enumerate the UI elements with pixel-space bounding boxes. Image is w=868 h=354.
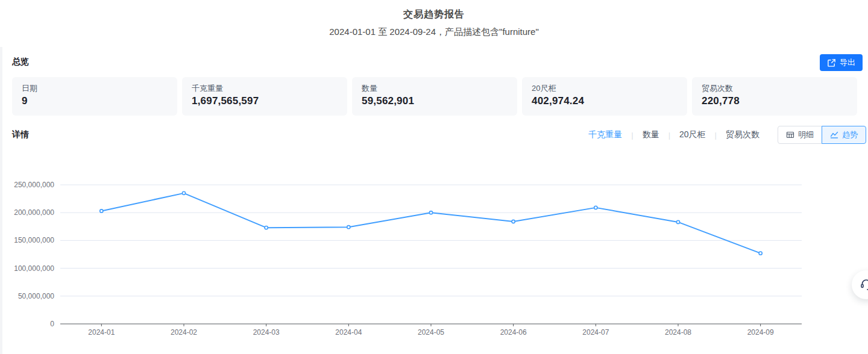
stat-card-kg-weight: 千克重量 1,697,565,597 [182,77,347,116]
metric-tab-20ft-container[interactable]: 20尺柜 [678,129,707,140]
stat-card-20ft-container: 20尺柜 402,974.24 [522,77,687,116]
data-point-marker[interactable] [429,211,432,214]
data-point-marker[interactable] [347,226,350,229]
y-axis-tick-label: 50,000,000 [18,292,54,300]
metric-tab-trade-count[interactable]: 贸易次数 [725,129,761,140]
stat-card-label: 贸易次数 [702,83,848,93]
details-header-row: 详情 千克重量 | 数量 | 20尺柜 | 贸易次数 明细 [12,125,866,144]
trend-view-label: 趋势 [842,129,858,140]
export-button[interactable]: 导出 [820,54,863,71]
stat-card-label: 千克重量 [192,83,338,93]
data-point-marker[interactable] [594,206,597,209]
table-grid-icon [786,131,794,139]
x-axis-tick-label: 2024-03 [253,328,280,337]
detail-view-label: 明细 [798,129,814,140]
data-point-marker[interactable] [265,226,268,229]
export-icon [827,58,836,67]
x-axis-tick-label: 2024-08 [665,328,691,337]
y-axis-tick-label: 0 [50,320,54,328]
stat-card-value: 59,562,901 [362,95,508,107]
stat-card-label: 20尺柜 [532,83,678,93]
y-axis-tick-label: 200,000,000 [14,208,54,217]
tab-separator: | [668,131,670,140]
export-button-label: 导出 [840,57,855,68]
y-axis-tick-label: 150,000,000 [14,236,54,244]
x-axis-tick-label: 2024-04 [335,328,362,337]
data-point-marker[interactable] [512,220,515,223]
stat-card-value: 1,697,565,597 [192,95,338,107]
page-title: 交易趋势报告 [0,8,868,21]
overview-section-title: 总览 [12,57,29,67]
stat-card-value: 220,778 [702,95,848,107]
trend-chart-svg: 050,000,000100,000,000150,000,000200,000… [0,151,868,354]
metric-tab-kg-weight[interactable]: 千克重量 [587,129,623,140]
data-point-marker[interactable] [100,210,103,213]
trend-chart[interactable]: 050,000,000100,000,000150,000,000200,000… [0,151,868,354]
data-point-marker[interactable] [182,191,185,194]
stat-card-date: 日期 9 [12,77,177,116]
y-axis-tick-label: 250,000,000 [14,181,54,189]
metric-tab-quantity[interactable]: 数量 [641,129,661,140]
x-axis-tick-label: 2024-02 [171,328,197,337]
x-axis-tick-label: 2024-01 [88,328,115,337]
headset-icon [860,278,868,293]
x-axis-tick-label: 2024-07 [582,328,609,337]
metric-tabs: 千克重量 | 数量 | 20尺柜 | 贸易次数 [587,129,761,140]
details-section-title: 详情 [12,129,29,140]
stat-card-value: 402,974.24 [532,95,678,107]
tab-separator: | [631,131,633,140]
data-point-marker[interactable] [759,252,762,255]
trend-view-button[interactable]: 趋势 [822,126,866,144]
stat-card-value: 9 [22,95,168,107]
data-point-marker[interactable] [676,220,679,223]
trend-line [101,193,760,253]
page-subtitle: 2024-01-01 至 2024-09-24，产品描述包含"furniture… [0,26,868,38]
line-chart-icon [830,131,838,139]
x-axis-tick-label: 2024-05 [418,328,444,337]
overview-cards: 日期 9 千克重量 1,697,565,597 数量 59,562,901 20… [12,77,857,116]
tab-separator: | [715,131,717,140]
x-axis-tick-label: 2024-09 [747,328,774,337]
y-axis-tick-label: 100,000,000 [14,264,54,273]
view-toggle-group: 明细 趋势 [778,126,866,144]
stat-card-quantity: 数量 59,562,901 [352,77,517,116]
report-header: 交易趋势报告 2024-01-01 至 2024-09-24，产品描述包含"fu… [0,8,868,38]
stat-card-label: 数量 [362,83,508,93]
stat-card-trade-count: 贸易次数 220,778 [692,77,857,116]
detail-view-button[interactable]: 明细 [778,126,822,144]
x-axis-tick-label: 2024-06 [500,328,527,337]
stat-card-label: 日期 [22,83,168,93]
